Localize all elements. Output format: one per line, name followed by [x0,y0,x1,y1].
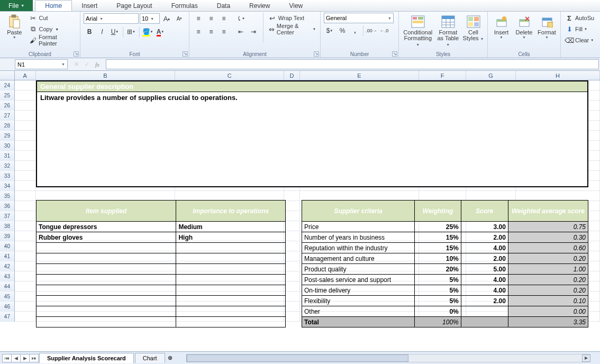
decrease-decimal-button[interactable]: ←.0 [378,25,390,37]
weighted-cell[interactable]: 0.20 [508,285,588,296]
cell[interactable] [15,261,36,271]
col-header[interactable]: A [15,71,36,80]
format-painter-button[interactable]: 🖌Format Painter [28,35,77,46]
row-header[interactable]: 26 [0,101,15,111]
weighted-cell[interactable]: 0.75 [508,222,588,232]
select-all-corner[interactable] [0,71,15,80]
col-header[interactable]: F [419,71,467,80]
row-header[interactable]: 46 [0,302,15,312]
align-bottom-button[interactable]: ≡ [218,13,230,24]
importance-cell[interactable] [176,243,286,253]
criteria-cell[interactable]: Post-sales service and support [302,275,415,285]
cell[interactable] [15,251,36,261]
col-header[interactable]: D [284,71,300,80]
cell[interactable] [15,271,36,281]
wrap-text-button[interactable]: ↩Wrap Text [267,13,317,23]
cell-styles-button[interactable]: CellStyles ▼ [462,13,484,43]
cell[interactable] [15,241,36,251]
importance-cell[interactable] [176,275,286,285]
new-sheet-button[interactable]: ⊕ [165,354,176,361]
cell[interactable] [15,302,36,312]
row-header[interactable]: 39 [0,231,15,241]
accounting-format-button[interactable]: $▼ [324,25,335,37]
description-box[interactable]: Litware provides a number of supplies cr… [36,92,588,187]
importance-cell[interactable] [176,296,286,306]
tab-view[interactable]: View [279,0,312,11]
row-header[interactable]: 37 [0,211,15,221]
shrink-font-button[interactable]: A▾ [174,13,185,24]
col-header[interactable]: E [300,71,419,80]
cell[interactable] [15,131,36,141]
sheet-nav-first[interactable]: ⏮ [2,354,12,362]
weight-cell[interactable]: 5% [415,296,461,306]
tab-data[interactable]: Data [207,0,240,11]
cell[interactable] [15,121,36,131]
cell[interactable] [15,231,36,241]
insert-cells-button[interactable]: Insert▼ [491,13,512,40]
importance-cell[interactable] [176,253,286,264]
row-header[interactable]: 25 [0,90,15,101]
row-header[interactable]: 33 [0,171,15,181]
col-header[interactable]: B [36,71,176,80]
importance-cell[interactable] [176,317,286,327]
number-format-combo[interactable]: General▼ [324,13,394,23]
font-color-button[interactable]: A▼ [154,26,166,38]
fill-color-button[interactable]: 🪣▼ [142,26,153,38]
weight-cell[interactable]: 15% [415,243,461,253]
item-cell[interactable] [37,317,176,327]
format-as-table-button[interactable]: Formatas Table ▼ [436,13,461,49]
item-cell[interactable] [37,306,176,317]
dialog-launcher-icon[interactable]: ↘ [183,51,188,57]
weight-cell[interactable]: 20% [415,264,461,275]
row-header[interactable]: 28 [0,121,15,131]
paste-button[interactable]: Paste ▼ [3,13,26,40]
tab-formulas[interactable]: Formulas [162,0,207,11]
item-cell[interactable] [37,296,176,306]
row-header[interactable]: 35 [0,191,15,201]
bold-button[interactable]: B [84,26,95,38]
row-header[interactable]: 40 [0,241,15,251]
align-middle-button[interactable]: ≡ [205,13,217,24]
align-center-button[interactable]: ≡ [205,26,217,38]
row-header[interactable]: 36 [0,201,15,211]
font-size-combo[interactable]: 10▼ [140,13,160,24]
orientation-button[interactable]: ⤹▼ [235,13,247,24]
cell[interactable] [15,211,36,221]
cell[interactable] [15,221,36,231]
col-header[interactable]: C [175,71,284,80]
item-cell[interactable] [37,253,176,264]
align-left-button[interactable]: ≡ [193,26,204,38]
sheet-tab-chart[interactable]: Chart [135,353,165,363]
dialog-launcher-icon[interactable]: ↘ [74,51,79,57]
cell[interactable] [15,111,36,121]
score-cell[interactable]: 2.00 [461,296,508,306]
tab-insert[interactable]: Insert [72,0,107,11]
tab-review[interactable]: Review [240,0,279,11]
cell[interactable] [15,80,36,90]
score-cell[interactable]: 3.00 [461,222,508,232]
dialog-launcher-icon[interactable]: ↘ [314,51,319,57]
align-top-button[interactable]: ≡ [193,13,204,24]
conditional-formatting-button[interactable]: Conditional FormattingConditionalFormatt… [402,13,434,49]
comma-button[interactable]: , [349,25,361,37]
enter-icon[interactable]: ✓ [81,61,92,68]
criteria-cell[interactable]: Management and culture [302,253,415,264]
col-header[interactable]: H [516,71,600,80]
fill-button[interactable]: ⬇Fill▼ [564,24,595,34]
weighted-cell[interactable]: 0.30 [508,232,588,243]
importance-cell[interactable]: High [176,232,286,243]
tab-pagelayout[interactable]: Page Layout [107,0,161,11]
weight-cell[interactable]: 25% [415,222,461,232]
percent-button[interactable]: % [337,25,348,37]
row-header[interactable]: 24 [0,80,15,90]
merge-center-button[interactable]: ⇔Merge & Center▼ [267,24,317,34]
decrease-indent-button[interactable]: ⇤ [235,26,247,38]
row-header[interactable]: 42 [0,261,15,271]
item-cell[interactable] [37,264,176,275]
cell[interactable] [15,181,36,191]
cut-button[interactable]: ✂Cut [28,13,77,23]
criteria-cell[interactable]: Number of years in business [302,232,415,243]
weight-cell[interactable]: 0% [415,306,461,317]
score-cell[interactable]: 5.00 [461,264,508,275]
row-header[interactable]: 43 [0,271,15,281]
